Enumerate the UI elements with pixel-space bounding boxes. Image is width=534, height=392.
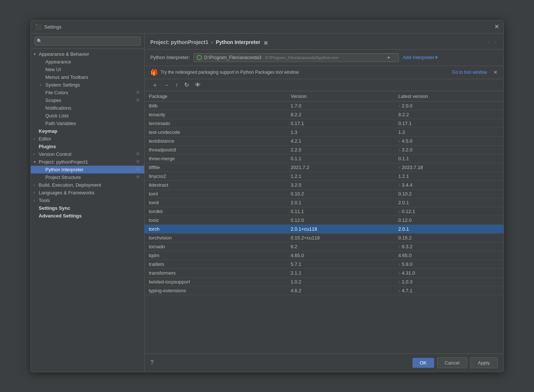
- sidebar-item-plugins[interactable]: Plugins: [31, 143, 144, 150]
- sidebar-item-build-execution[interactable]: ›Build, Execution, Deployment: [31, 181, 144, 189]
- table-row[interactable]: tornado 6.2 ↑6.3.2: [145, 242, 504, 251]
- tree-arrow-icon: ▾: [34, 160, 39, 164]
- sidebar-item-settings-sync[interactable]: Settings Sync: [31, 204, 144, 212]
- package-version: 2.0.1: [286, 198, 394, 207]
- show-details-button[interactable]: 👁: [193, 81, 202, 89]
- sidebar-item-label: Quick Lists: [46, 113, 69, 118]
- table-row[interactable]: toolz 0.12.0 0.12.0: [145, 216, 504, 224]
- table-row[interactable]: tldextract 3.2.0 ↑3.4.4: [145, 180, 504, 189]
- sidebar-item-notifications[interactable]: Notifications: [31, 104, 144, 112]
- package-name: torch: [145, 224, 287, 233]
- add-interpreter-chevron-icon: ▾: [435, 55, 438, 60]
- settings-window: ⬛ Settings ✕ 🔍 ▾Appearance & BehaviorApp…: [30, 20, 504, 372]
- ok-button[interactable]: OK: [413, 358, 434, 368]
- add-package-button[interactable]: ＋: [150, 81, 159, 89]
- settings-icon: ▦: [136, 175, 141, 180]
- sidebar-item-appearance[interactable]: Appearance: [31, 58, 144, 66]
- table-row[interactable]: tinycss2 1.2.1 1.2.1: [145, 172, 504, 180]
- sidebar-item-file-colors[interactable]: File Colors▦: [31, 89, 144, 96]
- add-interpreter-button[interactable]: Add Interpreter ▾: [403, 55, 438, 60]
- table-row[interactable]: tblib 1.7.0 ↑2.0.0: [145, 101, 504, 110]
- table-row[interactable]: torchvision 0.15.2+cu118 0.15.2: [145, 233, 504, 242]
- table-row[interactable]: twisted-iocpsupport 1.0.2 ↑1.0.3: [145, 277, 504, 286]
- sidebar-item-tools[interactable]: ›Tools: [31, 197, 144, 204]
- breadcrumb-project: Project: pythonProject1: [150, 39, 208, 45]
- table-row[interactable]: traitlets 5.7.1 ↑5.9.0: [145, 260, 504, 268]
- sidebar-item-new-ui[interactable]: New UI: [31, 66, 144, 73]
- table-row[interactable]: threadpoolctl 2.2.0 ↑3.2.0: [145, 145, 504, 154]
- sidebar-item-editor[interactable]: ›Editor: [31, 135, 144, 143]
- table-row[interactable]: tifffile 2021.7.2 ↑2023.7.18: [145, 163, 504, 172]
- apply-button[interactable]: Apply: [470, 358, 498, 368]
- sidebar-item-appearance-behavior[interactable]: ▾Appearance & Behavior: [31, 50, 144, 58]
- remove-package-button[interactable]: －: [162, 81, 171, 89]
- sidebar-item-label: Tools: [39, 198, 50, 203]
- sidebar-item-python-interpreter[interactable]: Python Interpreter▦: [31, 166, 144, 173]
- upgrade-arrow-icon: ↑: [398, 209, 400, 214]
- package-name: terminado: [145, 119, 287, 128]
- table-row[interactable]: text-unidecode 1.3 1.3: [145, 128, 504, 136]
- sidebar-item-menus-toolbars[interactable]: Menus and Toolbars: [31, 73, 144, 81]
- package-version: 4.2.1: [286, 136, 394, 145]
- sidebar-item-quick-lists[interactable]: Quick Lists: [31, 112, 144, 120]
- sidebar-item-languages-frameworks[interactable]: ›Languages & Frameworks: [31, 189, 144, 197]
- nav-back-button[interactable]: ‹: [486, 38, 491, 46]
- table-row[interactable]: typing-extensions 4.6.2 ↑4.7.1: [145, 286, 504, 295]
- table-row[interactable]: three-merge 0.1.1 0.1.1: [145, 154, 504, 163]
- package-version: 5.7.1: [286, 260, 394, 268]
- package-name: tldextract: [145, 180, 287, 189]
- package-latest-version: ↑0.12.1: [394, 207, 503, 216]
- close-button[interactable]: ✕: [494, 24, 499, 30]
- column-package: Package: [145, 91, 287, 102]
- banner-close-button[interactable]: ✕: [493, 69, 498, 75]
- interpreter-selector[interactable]: D:\Program_Files\anaconda3 D:\Program_Fi…: [193, 53, 399, 62]
- upgrade-package-button[interactable]: ↑: [174, 81, 180, 89]
- main-panel: Project: pythonProject1 › Python Interpr…: [145, 34, 504, 372]
- table-row[interactable]: transformers 2.1.1 ↑4.31.0: [145, 268, 504, 277]
- package-name: three-merge: [145, 154, 287, 163]
- package-version: 0.1.1: [286, 154, 394, 163]
- sidebar-item-version-control[interactable]: ›Version Control▦: [31, 150, 144, 158]
- table-row[interactable]: tqdm 4.65.0 4.65.0: [145, 251, 504, 260]
- dialog-footer: ? OK Cancel Apply: [145, 353, 504, 372]
- sidebar-item-scopes[interactable]: Scopes▦: [31, 96, 144, 104]
- sidebar-item-project-structure[interactable]: Project Structure▦: [31, 173, 144, 181]
- package-table-wrap: Package Version Latest version tblib 1.7…: [145, 91, 504, 353]
- cancel-button[interactable]: Cancel: [437, 358, 467, 368]
- table-row[interactable]: terminado 0.17.1 0.17.1: [145, 119, 504, 128]
- sidebar-item-advanced-settings[interactable]: Advanced Settings: [31, 212, 144, 220]
- package-name: tenacity: [145, 110, 287, 119]
- sidebar-item-path-variables[interactable]: Path Variables: [31, 120, 144, 127]
- interpreter-path-text: D:\Program_Files\anaconda3\python.exe: [265, 55, 338, 60]
- settings-icon: ▦: [136, 167, 141, 172]
- package-latest-version: ↑4.5.0: [394, 136, 503, 145]
- table-row[interactable]: torch 2.0.1+cu118 2.0.1: [145, 224, 504, 233]
- help-icon[interactable]: ?: [150, 359, 154, 366]
- tree-arrow-icon: ▾: [34, 52, 39, 56]
- table-row[interactable]: tomli 2.0.1 2.0.1: [145, 198, 504, 207]
- search-icon: 🔍: [37, 39, 42, 44]
- sidebar-item-system-settings[interactable]: ›System Settings: [31, 81, 144, 89]
- sidebar-item-keymap[interactable]: Keymap: [31, 127, 144, 135]
- package-name: typing-extensions: [145, 286, 287, 295]
- sidebar-item-project-pythonproject1[interactable]: ▾Project: pythonProject1▦: [31, 158, 144, 166]
- package-latest-version: 0.15.2: [394, 233, 503, 242]
- package-name: twisted-iocpsupport: [145, 277, 287, 286]
- reload-packages-button[interactable]: ↻: [183, 81, 190, 89]
- settings-icon: ▦: [136, 90, 141, 95]
- table-row[interactable]: tomlkit 0.11.1 ↑0.12.1: [145, 207, 504, 216]
- table-row[interactable]: textdistance 4.2.1 ↑4.5.0: [145, 136, 504, 145]
- package-version: 8.2.2: [286, 110, 394, 119]
- tree-arrow-icon: ›: [34, 137, 39, 141]
- sidebar-item-label: Path Variables: [46, 121, 76, 126]
- go-to-tool-window-link[interactable]: Go to tool window: [452, 70, 487, 75]
- nav-forward-button[interactable]: ›: [493, 38, 497, 46]
- sidebar-item-label: Notifications: [46, 105, 72, 111]
- package-name: traitlets: [145, 260, 287, 268]
- search-input[interactable]: [34, 37, 141, 45]
- package-version: 2.0.1+cu118: [286, 224, 394, 233]
- upgrade-arrow-icon: ↑: [398, 165, 400, 170]
- table-row[interactable]: tenacity 8.2.2 8.2.2: [145, 110, 504, 119]
- sidebar-item-label: Editor: [39, 136, 51, 142]
- table-row[interactable]: toml 0.10.2 0.10.2: [145, 189, 504, 198]
